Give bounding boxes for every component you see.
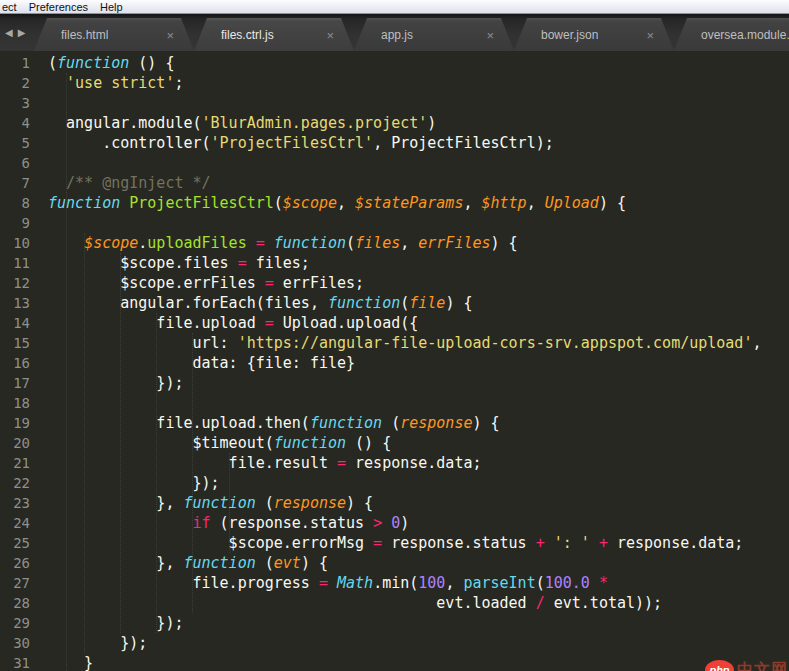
tab-oversea.module.j[interactable]: oversea.module.j xyxy=(674,18,789,51)
code-line[interactable]: 10 $scope.uploadFiles = function(files, … xyxy=(0,233,789,253)
line-text: file.upload = Upload.upload({ xyxy=(30,313,418,333)
code-line[interactable]: 4 angular.module('BlurAdmin.pages.projec… xyxy=(0,113,789,133)
line-number: 7 xyxy=(0,173,30,193)
line-text: $timeout(function () { xyxy=(30,433,391,453)
code-line[interactable]: 19 file.upload.then(function (response) … xyxy=(0,413,789,433)
code-line[interactable]: 27 file.progress = Math.min(100, parseIn… xyxy=(0,573,789,593)
menu-bar-items: ectPreferencesHelp xyxy=(0,1,123,13)
line-number: 5 xyxy=(0,133,30,153)
tab-scroll-right-icon[interactable]: ▶ xyxy=(18,27,26,38)
line-text: data: {file: file} xyxy=(30,353,355,373)
line-number: 9 xyxy=(0,213,30,233)
line-number: 19 xyxy=(0,413,30,433)
code-line[interactable]: 18 xyxy=(0,393,789,413)
code-line[interactable]: 24 if (response.status > 0) xyxy=(0,513,789,533)
line-text xyxy=(30,393,48,413)
menu-item-help[interactable]: Help xyxy=(100,1,123,13)
line-text xyxy=(30,153,48,173)
code-line[interactable]: 3 xyxy=(0,93,789,113)
code-line[interactable]: 14 file.upload = Upload.upload({ xyxy=(0,313,789,333)
line-number: 17 xyxy=(0,373,30,393)
line-text: 'use strict'; xyxy=(30,73,183,93)
php-logo-icon: php xyxy=(705,660,734,671)
code-editor[interactable]: 1(function () {2 'use strict';34 angular… xyxy=(0,51,789,671)
code-line[interactable]: 15 url: 'https://angular-file-upload-cor… xyxy=(0,333,789,353)
code-line[interactable]: 11 $scope.files = files; xyxy=(0,253,789,273)
tab-close-icon[interactable]: × xyxy=(326,28,334,41)
line-number: 24 xyxy=(0,513,30,533)
line-text: }, function (response) { xyxy=(30,493,373,513)
line-text: }, function (evt) { xyxy=(30,553,328,573)
line-text: }); xyxy=(30,473,220,493)
menu-item-ect[interactable]: ect xyxy=(2,1,17,13)
code-line[interactable]: 17 }); xyxy=(0,373,789,393)
line-text: }); xyxy=(30,613,183,633)
code-line[interactable]: 7 /** @ngInject */ xyxy=(0,173,789,193)
tab-files.html[interactable]: files.html× xyxy=(34,18,194,51)
code-line[interactable]: 1(function () { xyxy=(0,53,789,73)
line-number: 3 xyxy=(0,93,30,113)
code-line[interactable]: 8function ProjectFilesCtrl($scope, $stat… xyxy=(0,193,789,213)
tab-bar: ◀ ▶ files.html×files.ctrl.js×app.js×bowe… xyxy=(0,14,789,51)
tab-bower.json[interactable]: bower.json× xyxy=(514,18,674,51)
tab-close-icon[interactable]: × xyxy=(646,28,654,41)
line-text: }); xyxy=(30,633,147,653)
watermark-site-text: 中文网 xyxy=(737,660,788,671)
code-line[interactable]: 30 }); xyxy=(0,633,789,653)
line-number: 2 xyxy=(0,73,30,93)
line-number: 14 xyxy=(0,313,30,333)
line-number: 6 xyxy=(0,153,30,173)
tab-close-icon[interactable]: × xyxy=(166,28,174,41)
line-text xyxy=(30,213,48,233)
code-line[interactable]: 26 }, function (evt) { xyxy=(0,553,789,573)
code-line[interactable]: 29 }); xyxy=(0,613,789,633)
tab-scroll-left-icon[interactable]: ◀ xyxy=(5,27,13,38)
line-number: 18 xyxy=(0,393,30,413)
code-line[interactable]: 9 xyxy=(0,213,789,233)
line-text: /** @ngInject */ xyxy=(30,173,211,193)
line-text xyxy=(30,93,48,113)
line-number: 1 xyxy=(0,53,30,73)
line-text: file.progress = Math.min(100, parseInt(1… xyxy=(30,573,608,593)
line-number: 12 xyxy=(0,273,30,293)
code-line[interactable]: 5 .controller('ProjectFilesCtrl', Projec… xyxy=(0,133,789,153)
tab-scrollers: ◀ ▶ xyxy=(5,27,25,38)
line-text: file.upload.then(function (response) { xyxy=(30,413,500,433)
menu-bar: ectPreferencesHelp xyxy=(0,0,789,14)
menu-item-preferences[interactable]: Preferences xyxy=(29,1,88,13)
code-line[interactable]: 31 } xyxy=(0,653,789,671)
code-line[interactable]: 25 $scope.errorMsg = response.status + '… xyxy=(0,533,789,553)
line-text: }); xyxy=(30,373,183,393)
line-text: file.result = response.data; xyxy=(30,453,481,473)
code-line[interactable]: 20 $timeout(function () { xyxy=(0,433,789,453)
line-number: 10 xyxy=(0,233,30,253)
code-line[interactable]: 6 xyxy=(0,153,789,173)
line-number: 26 xyxy=(0,553,30,573)
line-text: angular.forEach(files, function(file) { xyxy=(30,293,472,313)
tab-label: bower.json xyxy=(541,28,598,42)
line-number: 8 xyxy=(0,193,30,213)
line-number: 30 xyxy=(0,633,30,653)
line-number: 21 xyxy=(0,453,30,473)
tab-app.js[interactable]: app.js× xyxy=(354,18,514,51)
tab-label: files.ctrl.js xyxy=(221,28,274,42)
code-line[interactable]: 22 }); xyxy=(0,473,789,493)
line-text: $scope.files = files; xyxy=(30,253,310,273)
tab-files.ctrl.js[interactable]: files.ctrl.js× xyxy=(194,18,354,51)
line-number: 22 xyxy=(0,473,30,493)
line-number: 4 xyxy=(0,113,30,133)
code-line[interactable]: 13 angular.forEach(files, function(file)… xyxy=(0,293,789,313)
tab-label: oversea.module.j xyxy=(701,28,789,42)
line-text: if (response.status > 0) xyxy=(30,513,409,533)
code-line[interactable]: 28 evt.loaded / evt.total)); xyxy=(0,593,789,613)
line-number: 31 xyxy=(0,653,30,671)
code-line[interactable]: 16 data: {file: file} xyxy=(0,353,789,373)
code-line[interactable]: 12 $scope.errFiles = errFiles; xyxy=(0,273,789,293)
line-text: $scope.errorMsg = response.status + ': '… xyxy=(30,533,743,553)
tab-close-icon[interactable]: × xyxy=(486,28,494,41)
code-line[interactable]: 2 'use strict'; xyxy=(0,73,789,93)
line-number: 29 xyxy=(0,613,30,633)
line-text: evt.loaded / evt.total)); xyxy=(30,593,662,613)
code-line[interactable]: 21 file.result = response.data; xyxy=(0,453,789,473)
code-line[interactable]: 23 }, function (response) { xyxy=(0,493,789,513)
